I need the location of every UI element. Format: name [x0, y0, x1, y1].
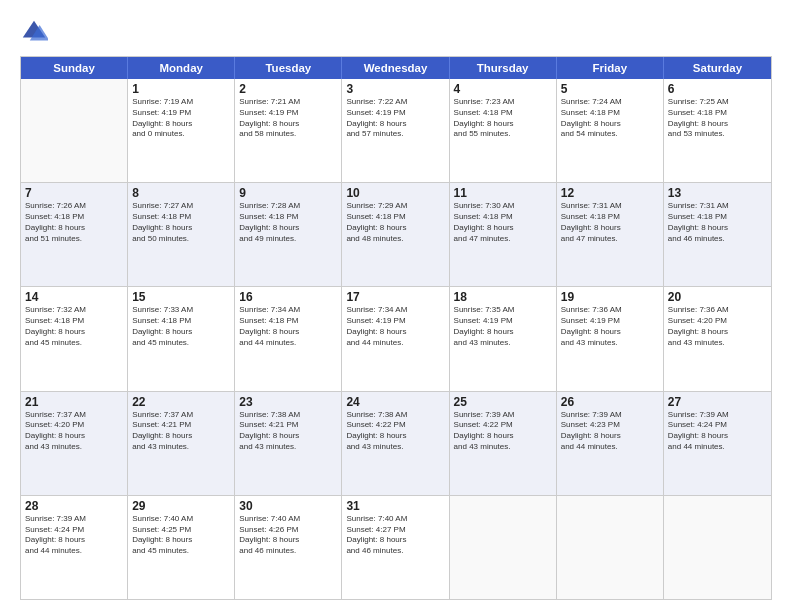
calendar-day-cell: 24Sunrise: 7:38 AMSunset: 4:22 PMDayligh…: [342, 392, 449, 495]
cell-info-line: Sunrise: 7:40 AM: [346, 514, 444, 525]
cell-info-line: Sunset: 4:18 PM: [25, 212, 123, 223]
cell-info-line: Daylight: 8 hours: [25, 327, 123, 338]
calendar-day-cell: 21Sunrise: 7:37 AMSunset: 4:20 PMDayligh…: [21, 392, 128, 495]
cell-info-line: Sunset: 4:19 PM: [454, 316, 552, 327]
cell-info-line: Sunrise: 7:31 AM: [668, 201, 767, 212]
calendar-day-cell: 11Sunrise: 7:30 AMSunset: 4:18 PMDayligh…: [450, 183, 557, 286]
cell-info-line: and 43 minutes.: [25, 442, 123, 453]
cell-info-line: and 45 minutes.: [25, 338, 123, 349]
cell-info-line: Sunset: 4:21 PM: [239, 420, 337, 431]
cell-info-line: and 43 minutes.: [668, 338, 767, 349]
cell-info-line: and 50 minutes.: [132, 234, 230, 245]
cell-info-line: Daylight: 8 hours: [346, 223, 444, 234]
calendar-day-cell: 31Sunrise: 7:40 AMSunset: 4:27 PMDayligh…: [342, 496, 449, 599]
day-number: 23: [239, 395, 337, 409]
cell-info-line: Sunrise: 7:39 AM: [25, 514, 123, 525]
cell-info-line: Sunrise: 7:23 AM: [454, 97, 552, 108]
empty-cell: [664, 496, 771, 599]
day-number: 3: [346, 82, 444, 96]
day-number: 14: [25, 290, 123, 304]
day-number: 21: [25, 395, 123, 409]
header: [20, 18, 772, 46]
cell-info-line: Sunrise: 7:37 AM: [25, 410, 123, 421]
cell-info-line: Sunset: 4:21 PM: [132, 420, 230, 431]
calendar-day-cell: 8Sunrise: 7:27 AMSunset: 4:18 PMDaylight…: [128, 183, 235, 286]
cell-info-line: and 54 minutes.: [561, 129, 659, 140]
day-number: 30: [239, 499, 337, 513]
cell-info-line: and 49 minutes.: [239, 234, 337, 245]
calendar-day-cell: 26Sunrise: 7:39 AMSunset: 4:23 PMDayligh…: [557, 392, 664, 495]
empty-cell: [557, 496, 664, 599]
calendar-day-cell: 1Sunrise: 7:19 AMSunset: 4:19 PMDaylight…: [128, 79, 235, 182]
cell-info-line: Sunset: 4:26 PM: [239, 525, 337, 536]
cell-info-line: Daylight: 8 hours: [561, 119, 659, 130]
cell-info-line: Sunset: 4:18 PM: [668, 212, 767, 223]
cell-info-line: Sunrise: 7:40 AM: [239, 514, 337, 525]
calendar-row: 21Sunrise: 7:37 AMSunset: 4:20 PMDayligh…: [21, 391, 771, 495]
cell-info-line: and 44 minutes.: [239, 338, 337, 349]
cell-info-line: Sunset: 4:18 PM: [239, 212, 337, 223]
cell-info-line: and 43 minutes.: [132, 442, 230, 453]
cell-info-line: and 45 minutes.: [132, 338, 230, 349]
cell-info-line: and 44 minutes.: [346, 338, 444, 349]
cell-info-line: Daylight: 8 hours: [132, 535, 230, 546]
cell-info-line: Sunset: 4:19 PM: [239, 108, 337, 119]
cell-info-line: Daylight: 8 hours: [239, 223, 337, 234]
calendar-row: 14Sunrise: 7:32 AMSunset: 4:18 PMDayligh…: [21, 286, 771, 390]
cell-info-line: Sunrise: 7:37 AM: [132, 410, 230, 421]
calendar-body: 1Sunrise: 7:19 AMSunset: 4:19 PMDaylight…: [21, 79, 771, 599]
cell-info-line: Sunrise: 7:39 AM: [561, 410, 659, 421]
cell-info-line: Sunset: 4:22 PM: [454, 420, 552, 431]
cell-info-line: Sunrise: 7:28 AM: [239, 201, 337, 212]
cell-info-line: Sunrise: 7:38 AM: [346, 410, 444, 421]
calendar-day-cell: 27Sunrise: 7:39 AMSunset: 4:24 PMDayligh…: [664, 392, 771, 495]
calendar-day-cell: 18Sunrise: 7:35 AMSunset: 4:19 PMDayligh…: [450, 287, 557, 390]
cell-info-line: and 57 minutes.: [346, 129, 444, 140]
cell-info-line: and 47 minutes.: [454, 234, 552, 245]
cell-info-line: Sunrise: 7:34 AM: [239, 305, 337, 316]
cell-info-line: Sunrise: 7:36 AM: [561, 305, 659, 316]
calendar-row: 28Sunrise: 7:39 AMSunset: 4:24 PMDayligh…: [21, 495, 771, 599]
day-number: 25: [454, 395, 552, 409]
logo-icon: [20, 18, 48, 46]
cell-info-line: and 51 minutes.: [25, 234, 123, 245]
cell-info-line: and 46 minutes.: [668, 234, 767, 245]
day-number: 10: [346, 186, 444, 200]
cell-info-line: Sunrise: 7:24 AM: [561, 97, 659, 108]
day-number: 1: [132, 82, 230, 96]
cell-info-line: Sunrise: 7:36 AM: [668, 305, 767, 316]
cell-info-line: and 43 minutes.: [454, 338, 552, 349]
cell-info-line: Daylight: 8 hours: [346, 431, 444, 442]
day-number: 13: [668, 186, 767, 200]
day-number: 19: [561, 290, 659, 304]
day-number: 31: [346, 499, 444, 513]
cell-info-line: Sunset: 4:22 PM: [346, 420, 444, 431]
cell-info-line: and 44 minutes.: [668, 442, 767, 453]
cell-info-line: Sunset: 4:19 PM: [346, 108, 444, 119]
cell-info-line: Sunset: 4:27 PM: [346, 525, 444, 536]
day-number: 8: [132, 186, 230, 200]
calendar-day-cell: 6Sunrise: 7:25 AMSunset: 4:18 PMDaylight…: [664, 79, 771, 182]
day-number: 27: [668, 395, 767, 409]
calendar-day-cell: 22Sunrise: 7:37 AMSunset: 4:21 PMDayligh…: [128, 392, 235, 495]
weekday-header: Saturday: [664, 57, 771, 79]
weekday-header: Friday: [557, 57, 664, 79]
cell-info-line: and 43 minutes.: [454, 442, 552, 453]
cell-info-line: Sunset: 4:19 PM: [561, 316, 659, 327]
day-number: 26: [561, 395, 659, 409]
calendar: SundayMondayTuesdayWednesdayThursdayFrid…: [20, 56, 772, 600]
page: SundayMondayTuesdayWednesdayThursdayFrid…: [0, 0, 792, 612]
cell-info-line: Sunrise: 7:21 AM: [239, 97, 337, 108]
cell-info-line: Sunset: 4:18 PM: [561, 108, 659, 119]
calendar-day-cell: 13Sunrise: 7:31 AMSunset: 4:18 PMDayligh…: [664, 183, 771, 286]
day-number: 4: [454, 82, 552, 96]
cell-info-line: and 44 minutes.: [25, 546, 123, 557]
cell-info-line: Sunset: 4:18 PM: [346, 212, 444, 223]
day-number: 15: [132, 290, 230, 304]
cell-info-line: Daylight: 8 hours: [454, 119, 552, 130]
day-number: 5: [561, 82, 659, 96]
cell-info-line: Sunset: 4:18 PM: [132, 212, 230, 223]
calendar-day-cell: 20Sunrise: 7:36 AMSunset: 4:20 PMDayligh…: [664, 287, 771, 390]
calendar-day-cell: 10Sunrise: 7:29 AMSunset: 4:18 PMDayligh…: [342, 183, 449, 286]
cell-info-line: Daylight: 8 hours: [346, 535, 444, 546]
